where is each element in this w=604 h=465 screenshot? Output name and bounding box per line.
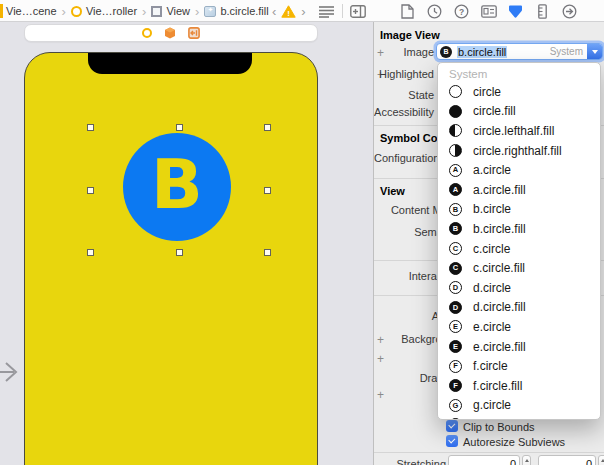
first-responder-icon[interactable] (164, 27, 176, 39)
a-circle-icon: A (449, 164, 462, 177)
dropdown-item-g-circle-fill[interactable]: Gg.circle.fill (438, 415, 600, 420)
stretching-y-stepper[interactable] (598, 455, 604, 465)
selection-handle[interactable] (176, 249, 183, 256)
stretching-x-stepper[interactable] (522, 455, 531, 465)
section-header-view: View (380, 185, 405, 197)
autoresize-subviews-checkbox[interactable] (446, 435, 458, 447)
circle-fill-icon (449, 105, 462, 118)
c-circle-fill-icon: C (449, 262, 462, 275)
breadcrumb-item-scene[interactable]: Vie…cene (6, 5, 57, 17)
attributes-inspector-icon[interactable] (507, 3, 524, 20)
identity-inspector-icon[interactable] (480, 3, 497, 20)
dropdown-group-header: System (438, 63, 600, 82)
selection-handle[interactable] (87, 187, 94, 194)
dropdown-item-e-circle[interactable]: Ee.circle (438, 317, 600, 337)
chevron-separator-icon: › (61, 4, 67, 19)
image-row-label: Image (374, 46, 434, 58)
warning-icon[interactable]: ! (281, 5, 296, 18)
g-circle-fill-icon: G (449, 418, 462, 420)
breadcrumb-item-controller[interactable]: Vie…roller (86, 5, 137, 17)
next-issue-button[interactable]: › (301, 4, 305, 19)
a-circle-fill-icon: A (449, 183, 462, 196)
dropdown-item-b-circle-fill[interactable]: Bb.circle.fill (438, 219, 600, 239)
issue-navigation: ‹ ! › (272, 0, 306, 22)
breadcrumb-item-view[interactable]: View (166, 5, 190, 17)
circle-icon (449, 85, 462, 98)
history-inspector-icon[interactable] (426, 3, 443, 20)
svg-text:!: ! (288, 8, 291, 17)
exit-segue-icon[interactable] (188, 27, 200, 39)
inspector-tab-bar: ? (399, 0, 578, 22)
editor-options-icon[interactable] (318, 5, 335, 18)
stretching-y-field[interactable]: 0 (538, 455, 596, 465)
size-inspector-icon[interactable] (534, 3, 551, 20)
previous-issue-button[interactable]: ‹ (272, 4, 276, 19)
combobox-dropdown-button[interactable] (587, 44, 602, 59)
stretching-row-label: Stretching (374, 458, 446, 465)
e-circle-fill-icon: E (449, 340, 462, 353)
d-circle-fill-icon: D (449, 301, 462, 314)
image-combobox-value: b.circle.fill (457, 46, 507, 58)
dropdown-item-d-circle-fill[interactable]: Dd.circle.fill (438, 298, 600, 318)
image-source-badge: System (550, 46, 583, 57)
help-inspector-icon[interactable]: ? (453, 3, 470, 20)
dropdown-item-e-circle-fill[interactable]: Ee.circle.fill (438, 337, 600, 357)
iphone-view[interactable]: B (24, 52, 318, 465)
stretching-x-field[interactable]: 0 (448, 455, 520, 465)
circle-lefthalf-fill-icon (449, 124, 462, 137)
selection-handle[interactable] (264, 249, 271, 256)
chevron-separator-icon: › (194, 4, 200, 19)
e-circle-icon: E (449, 320, 462, 333)
device-notch (88, 53, 252, 74)
highlighted-row-label: Highlighted (374, 68, 434, 80)
file-inspector-icon[interactable] (399, 3, 416, 20)
add-variation-button[interactable]: + (377, 390, 384, 400)
add-editor-icon[interactable] (350, 5, 366, 18)
dropdown-item-circle[interactable]: circle (438, 82, 600, 102)
d-circle-icon: D (449, 281, 462, 294)
storyboard-canvas[interactable]: B (0, 22, 373, 465)
b-circle-icon: B (449, 203, 462, 216)
image-view-icon (204, 6, 216, 17)
configuration-row-label: Configuration (374, 152, 438, 164)
dropdown-item-circle-lefthalf-fill[interactable]: circle.lefthalf.fill (438, 121, 600, 141)
svg-text:?: ? (459, 6, 464, 16)
chevron-separator-icon: › (141, 4, 147, 19)
divider (342, 4, 343, 18)
dropdown-item-f-circle-fill[interactable]: Ff.circle.fill (438, 376, 600, 396)
connections-inspector-icon[interactable] (561, 3, 578, 20)
view-icon (151, 6, 162, 17)
dropdown-item-f-circle[interactable]: Ff.circle (438, 356, 600, 376)
xcode-interface-builder: Vie…cene › Vie…roller › View › b.circle.… (0, 0, 604, 465)
selection-handle[interactable] (87, 249, 94, 256)
clip-to-bounds-label: Clip to Bounds (463, 421, 535, 433)
dropdown-item-d-circle[interactable]: Dd.circle (438, 278, 600, 298)
breadcrumb-item-image-view[interactable]: b.circle.fill (220, 5, 268, 17)
selection-handle[interactable] (87, 124, 94, 131)
selection-handle[interactable] (264, 124, 271, 131)
c-circle-icon: C (449, 242, 462, 255)
autoresize-subviews-label: Autoresize Subviews (463, 436, 565, 448)
dropdown-item-circle-fill[interactable]: circle.fill (438, 102, 600, 122)
dropdown-item-c-circle[interactable]: Cc.circle (438, 239, 600, 259)
dropdown-item-circle-righthalf-fill[interactable]: circle.righthalf.fill (438, 141, 600, 161)
dropdown-item-a-circle-fill[interactable]: Aa.circle.fill (438, 180, 600, 200)
view-controller-icon[interactable] (142, 28, 152, 38)
scene-header-bar[interactable] (24, 24, 318, 42)
dropdown-item-g-circle[interactable]: Gg.circle (438, 396, 600, 416)
dropdown-item-a-circle[interactable]: Aa.circle (438, 160, 600, 180)
symbol-letter: B (151, 151, 203, 219)
selection-handle[interactable] (176, 124, 183, 131)
view-controller-icon (71, 6, 82, 17)
section-header-image-view: Image View (380, 29, 440, 41)
selection-handle[interactable] (264, 187, 271, 194)
state-row-label: State (374, 89, 434, 101)
storyboard-entry-arrow-icon[interactable] (0, 360, 20, 384)
clip-to-bounds-checkbox[interactable] (446, 420, 458, 432)
image-combobox[interactable]: B b.circle.fill System (436, 43, 603, 60)
selected-image-view[interactable]: B (123, 133, 231, 241)
dropdown-item-c-circle-fill[interactable]: Cc.circle.fill (438, 258, 600, 278)
scene-icon-clipped (0, 4, 3, 18)
breadcrumb: Vie…cene › Vie…roller › View › b.circle.… (6, 0, 269, 22)
dropdown-item-b-circle[interactable]: Bb.circle (438, 200, 600, 220)
